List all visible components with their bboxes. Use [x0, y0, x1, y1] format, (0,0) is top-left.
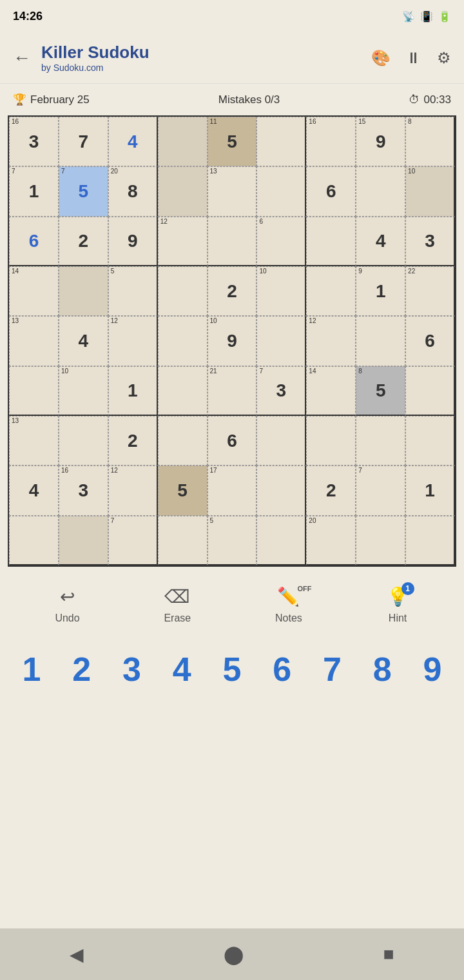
- grid-cell[interactable]: 10: [256, 266, 306, 316]
- grid-cell[interactable]: 6: [306, 166, 356, 216]
- grid-cell[interactable]: [208, 217, 257, 266]
- grid-cell[interactable]: [59, 516, 108, 565]
- grid-cell[interactable]: [158, 516, 208, 565]
- num-btn-1[interactable]: 1: [9, 650, 54, 689]
- grid-cell[interactable]: 163: [59, 466, 108, 515]
- grid-cell[interactable]: [356, 516, 405, 565]
- grid-cell[interactable]: 2: [208, 266, 257, 316]
- num-btn-4[interactable]: 4: [159, 650, 204, 689]
- grid-cell[interactable]: 7: [59, 117, 108, 166]
- grid-cell[interactable]: 159: [356, 117, 405, 166]
- back-button[interactable]: ←: [13, 48, 31, 68]
- grid-cell[interactable]: 163: [9, 117, 59, 166]
- grid-cell[interactable]: 12: [158, 217, 208, 266]
- grid-cell[interactable]: [158, 366, 208, 416]
- grid-cell[interactable]: 13: [9, 316, 59, 366]
- grid-cell[interactable]: [306, 416, 356, 466]
- grid-cell[interactable]: 208: [108, 166, 158, 216]
- grid-cell[interactable]: 22: [405, 266, 455, 316]
- nav-back-button[interactable]: ◀: [70, 944, 84, 965]
- grid-cell[interactable]: [405, 416, 455, 466]
- grid-cell[interactable]: [405, 516, 455, 565]
- grid-cell[interactable]: 91: [356, 266, 405, 316]
- grid-cell[interactable]: [405, 366, 455, 416]
- grid-cell[interactable]: 6: [256, 217, 306, 266]
- grid-cell[interactable]: [59, 266, 108, 316]
- grid-cell[interactable]: [256, 316, 306, 366]
- grid-cell[interactable]: 12: [108, 466, 158, 515]
- grid-cell[interactable]: 13: [9, 416, 59, 466]
- num-btn-8[interactable]: 8: [360, 650, 405, 689]
- grid-cell[interactable]: 16: [306, 117, 356, 166]
- grid-cell[interactable]: 5: [158, 466, 208, 515]
- grid-cell[interactable]: [158, 416, 208, 466]
- num-btn-3[interactable]: 3: [109, 650, 154, 689]
- grid-cell[interactable]: [158, 166, 208, 216]
- nav-home-button[interactable]: ⬤: [224, 944, 244, 965]
- grid-cell[interactable]: 1: [405, 466, 455, 515]
- grid-cell[interactable]: [158, 117, 208, 166]
- grid-cell[interactable]: 2: [108, 416, 158, 466]
- grid-cell[interactable]: 4: [356, 217, 405, 266]
- grid-cell[interactable]: 7: [356, 466, 405, 515]
- grid-cell[interactable]: 14: [306, 366, 356, 416]
- notes-button[interactable]: ✏️ OFF Notes: [275, 586, 302, 624]
- grid-cell[interactable]: 4: [9, 466, 59, 515]
- hint-button[interactable]: 💡 1 Hint: [387, 586, 409, 624]
- grid-cell[interactable]: 10: [59, 366, 108, 416]
- grid-cell[interactable]: 7: [108, 516, 158, 565]
- grid-cell[interactable]: 10: [405, 166, 455, 216]
- grid-cell[interactable]: [306, 217, 356, 266]
- grid-cell[interactable]: 6: [405, 316, 455, 366]
- num-btn-7[interactable]: 7: [309, 650, 354, 689]
- grid-cell[interactable]: [9, 366, 59, 416]
- grid-cell[interactable]: [356, 166, 405, 216]
- grid-cell[interactable]: [256, 166, 306, 216]
- grid-cell[interactable]: [158, 266, 208, 316]
- grid-cell[interactable]: 75: [59, 166, 108, 216]
- grid-cell[interactable]: [356, 416, 405, 466]
- grid-cell[interactable]: 1: [108, 366, 158, 416]
- grid-cell[interactable]: 6: [9, 217, 59, 266]
- grid-cell[interactable]: 12: [306, 316, 356, 366]
- num-btn-6[interactable]: 6: [260, 650, 305, 689]
- grid-cell[interactable]: 12: [108, 316, 158, 366]
- grid-cell[interactable]: 3: [405, 217, 455, 266]
- grid-cell[interactable]: 20: [306, 516, 356, 565]
- settings-icon[interactable]: ⚙: [437, 49, 451, 67]
- grid-cell[interactable]: 14: [9, 266, 59, 316]
- sudoku-grid[interactable]: 1637411516159871752081361062912643145210…: [8, 115, 456, 567]
- num-btn-5[interactable]: 5: [209, 650, 255, 689]
- palette-icon[interactable]: 🎨: [371, 49, 391, 67]
- grid-cell[interactable]: [306, 266, 356, 316]
- grid-cell[interactable]: 21: [208, 366, 257, 416]
- grid-cell[interactable]: 115: [208, 117, 257, 166]
- grid-cell[interactable]: 73: [256, 366, 306, 416]
- grid-cell[interactable]: [9, 516, 59, 565]
- grid-cell[interactable]: [59, 416, 108, 466]
- grid-cell[interactable]: [256, 416, 306, 466]
- erase-button[interactable]: ⌫ Erase: [164, 586, 191, 624]
- grid-cell[interactable]: 2: [306, 466, 356, 515]
- grid-cell[interactable]: 6: [208, 416, 257, 466]
- pause-icon[interactable]: ⏸: [406, 49, 421, 67]
- grid-cell[interactable]: [256, 117, 306, 166]
- grid-cell[interactable]: 5: [108, 266, 158, 316]
- nav-recents-button[interactable]: ■: [383, 944, 394, 965]
- grid-cell[interactable]: 4: [108, 117, 158, 166]
- grid-cell[interactable]: 13: [208, 166, 257, 216]
- grid-cell[interactable]: 85: [356, 366, 405, 416]
- grid-cell[interactable]: [356, 316, 405, 366]
- grid-cell[interactable]: 17: [208, 466, 257, 515]
- grid-cell[interactable]: 71: [9, 166, 59, 216]
- num-btn-2[interactable]: 2: [59, 650, 104, 689]
- grid-cell[interactable]: 2: [59, 217, 108, 266]
- grid-cell[interactable]: [256, 466, 306, 515]
- num-btn-9[interactable]: 9: [410, 650, 455, 689]
- grid-cell[interactable]: [158, 316, 208, 366]
- grid-cell[interactable]: 109: [208, 316, 257, 366]
- grid-cell[interactable]: 5: [208, 516, 257, 565]
- grid-cell[interactable]: [256, 516, 306, 565]
- grid-cell[interactable]: 4: [59, 316, 108, 366]
- grid-cell[interactable]: 9: [108, 217, 158, 266]
